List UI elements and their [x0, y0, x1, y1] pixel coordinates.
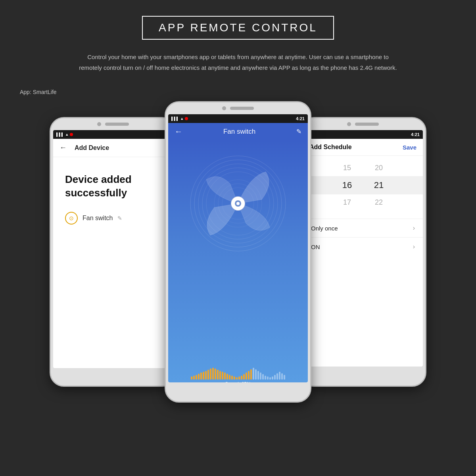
speed-bar-3 [198, 374, 200, 380]
speed-bar-10 [215, 369, 216, 380]
speed-bar-0 [191, 376, 192, 380]
wifi-icon-c: ▲ [180, 117, 184, 121]
speed-bar-25 [250, 369, 252, 380]
speaker-center [230, 107, 254, 110]
speed-bar-18 [234, 376, 235, 380]
fan-device-icon: ⊙ [65, 212, 78, 225]
speed-bar-13 [222, 372, 223, 380]
option-on-label: ON [311, 244, 320, 250]
status-bar-center: ▌▌▌ ▲ 4:21 [168, 114, 308, 123]
speed-bar-23 [246, 372, 247, 380]
speed-bar-32 [267, 376, 269, 380]
speaker-left [105, 123, 129, 126]
schedule-nav-title: Add Schedule [309, 144, 352, 151]
fan-switch-row: ⊙ Fan switch ✎ [65, 212, 161, 225]
speed-bar-15 [226, 374, 228, 380]
hour-0: 15 [339, 164, 355, 172]
time-row-1: 16 21 [303, 176, 423, 194]
signal-icon-c: ▌▌▌ [171, 117, 179, 121]
time-picker: 15 20 16 21 17 22 [303, 156, 423, 215]
network-icon [70, 133, 73, 136]
edit-icon-center[interactable]: ✎ [296, 128, 301, 135]
speed-bar-34 [272, 376, 273, 380]
phone-add-device: ▌▌▌ ▲ ← Add Device Device added successf… [50, 117, 177, 387]
screen-center: ▌▌▌ ▲ 4:21 ← Fan switch ✎ [168, 114, 308, 382]
speed-bar-30 [262, 374, 264, 380]
speed-bar-area: Speed: 65% [175, 364, 301, 382]
speed-bar-9 [212, 368, 214, 380]
fan-switch-nav-title: Fan switch [223, 128, 255, 136]
schedule-nav: Add Schedule Save [303, 139, 423, 156]
speed-bar-27 [255, 369, 257, 380]
speed-bar-14 [224, 372, 226, 380]
fan-svg [186, 152, 290, 255]
speed-bar-36 [276, 373, 278, 380]
speaker-right [355, 123, 379, 126]
minute-2: 22 [371, 198, 387, 207]
status-bar-left: ▌▌▌ ▲ [53, 130, 173, 139]
speed-bar-1 [193, 376, 195, 380]
speed-bar-28 [257, 371, 259, 380]
option-once-row[interactable]: Only once › [303, 219, 423, 237]
speed-bar-8 [210, 369, 211, 380]
page-description: Control your home with your smartphones … [75, 52, 401, 73]
edit-device-icon[interactable]: ✎ [117, 215, 122, 221]
speed-bars [175, 364, 301, 380]
chevron-once: › [413, 225, 415, 232]
screen-right: 4:21 Add Schedule Save 15 20 16 21 17 [303, 130, 423, 367]
speed-bar-22 [243, 374, 245, 380]
speed-bar-39 [284, 375, 285, 380]
status-bar-right: 4:21 [303, 130, 423, 139]
fan-switch-label: Fan switch [83, 215, 113, 222]
fan-control-body: Speed: 65% [168, 140, 308, 382]
hour-1: 16 [339, 180, 355, 190]
speed-bar-19 [236, 377, 238, 380]
back-arrow-center[interactable]: ← [175, 127, 182, 136]
speed-label: Speed: 65% [175, 381, 301, 382]
app-label: App: SmartLife [20, 89, 57, 95]
speed-bar-24 [248, 371, 250, 380]
status-icons-center: ▌▌▌ ▲ [171, 117, 188, 121]
add-device-content: Device added successfully ⊙ Fan switch ✎ [53, 157, 173, 240]
speed-bar-2 [196, 375, 197, 380]
add-device-nav: ← Add Device [53, 139, 173, 157]
speed-bar-16 [229, 375, 230, 380]
fan-circle[interactable] [186, 152, 290, 255]
phone-top-center [166, 102, 310, 114]
speed-bar-38 [281, 373, 283, 380]
phone-schedule: 4:21 Add Schedule Save 15 20 16 21 17 [299, 117, 426, 387]
speed-bar-6 [205, 371, 207, 380]
speed-bar-31 [265, 376, 266, 380]
speed-bar-29 [260, 372, 261, 380]
speed-bar-26 [253, 368, 254, 380]
minute-1: 21 [371, 180, 387, 190]
wifi-icon: ▲ [65, 132, 69, 136]
speed-bar-33 [269, 377, 271, 380]
time-row-2: 17 22 [303, 194, 423, 211]
time-row-0: 15 20 [303, 160, 423, 176]
option-on-row[interactable]: ON › [303, 237, 423, 256]
time-right: 4:21 [411, 132, 420, 137]
chevron-on: › [413, 243, 415, 250]
schedule-save-btn[interactable]: Save [403, 144, 416, 151]
option-once-label: Only once [311, 225, 338, 232]
hour-2: 17 [339, 198, 355, 207]
status-icons-left: ▌▌▌ ▲ [56, 132, 73, 136]
phone-top-left [51, 118, 175, 130]
phone-top-right [301, 118, 425, 130]
add-device-title: Add Device [75, 144, 109, 152]
speed-bar-7 [207, 370, 209, 380]
speed-bar-20 [238, 376, 240, 380]
speed-bar-37 [279, 372, 280, 380]
fan-icon-symbol: ⊙ [69, 215, 74, 221]
camera-right [347, 122, 351, 126]
fan-switch-nav: ← Fan switch ✎ [168, 123, 308, 140]
speed-bar-35 [274, 375, 276, 380]
speed-bar-4 [200, 372, 202, 380]
schedule-options: Only once › ON › [303, 219, 423, 256]
time-center: 4:21 [296, 116, 305, 121]
camera-left [97, 122, 101, 126]
back-arrow-left[interactable]: ← [60, 144, 67, 152]
speed-bar-17 [231, 376, 233, 380]
camera-center [222, 106, 226, 110]
